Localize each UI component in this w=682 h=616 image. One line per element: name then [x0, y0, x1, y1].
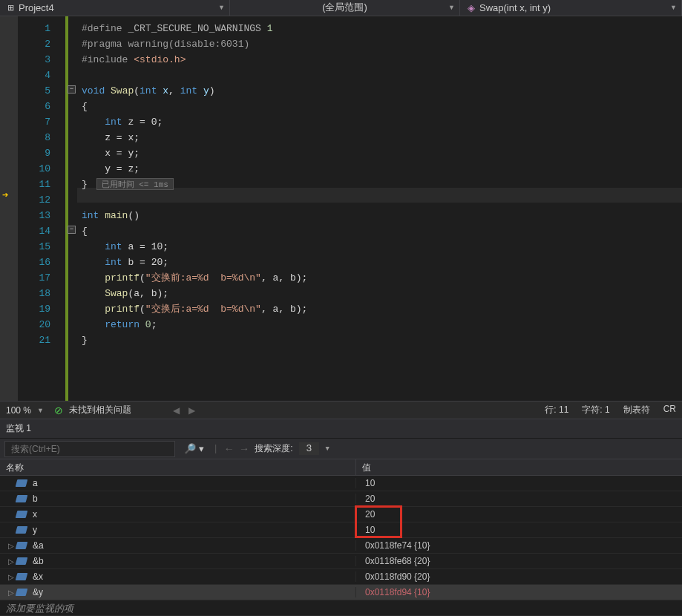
watch-value-cell: 20 [356, 494, 682, 504]
watch-row[interactable]: y10 [0, 522, 682, 538]
code-line: #define _CRT_SECURE_NO_WARNINGS 1 [68, 21, 682, 36]
col-header-value[interactable]: 值 [356, 459, 682, 475]
line-number: 17 [18, 270, 65, 286]
watch-row[interactable]: ▷&a0x0118fe74 {10} [0, 538, 682, 554]
indent-mode[interactable]: 制表符 [623, 404, 650, 416]
project-name: Project4 [19, 2, 54, 13]
watch-row[interactable]: x20 [0, 507, 682, 522]
variable-icon [16, 511, 28, 518]
variable-icon [16, 542, 28, 549]
code-line: { [68, 99, 682, 114]
variable-name: x [33, 509, 37, 520]
watch-row[interactable]: b20 [0, 491, 682, 507]
editor-status-bar: 100 % ▼ ⊘ 未找到相关问题 ◀ ▶ 行: 11 字符: 1 制表符 CR [0, 401, 682, 419]
watch-value-cell: 0x0118fe68 {20} [356, 556, 682, 566]
watch-value-cell: 10 [356, 478, 682, 488]
col-header-name[interactable]: 名称 [0, 459, 356, 475]
chevron-down-icon[interactable]: ▼ [325, 445, 329, 453]
watch-row[interactable]: a10 [0, 476, 682, 491]
watch-columns-header: 名称 值 [0, 459, 682, 476]
line-number: 11 [18, 177, 65, 192]
variable-name: &y [33, 587, 43, 597]
variable-name: &b [33, 556, 44, 566]
code-line: #include <stdio.h> [68, 52, 682, 68]
variable-icon [16, 526, 28, 534]
line-number: 13 [18, 208, 65, 223]
watch-value-cell: 0x0118fd90 {20} [356, 571, 682, 582]
line-number: 18 [18, 286, 65, 301]
breakpoint-margin[interactable]: ➔ [0, 16, 18, 401]
code-line: printf("交换前:a=%d b=%d\n", a, b); [68, 270, 682, 286]
watch-row[interactable]: ▷&y0x0118fd94 {10} [0, 585, 682, 600]
code-line: printf("交换后:a=%d b=%d\n", a, b); [68, 301, 682, 317]
watch-name-cell: ▷&x [0, 571, 356, 582]
fold-toggle[interactable]: − [68, 85, 76, 94]
line-number: 8 [18, 130, 65, 145]
code-line: #pragma warning(disable:6031) [68, 36, 682, 52]
code-line: y = z; [68, 161, 682, 177]
variable-name: y [33, 525, 37, 535]
method-icon: ◈ [468, 2, 475, 13]
code-line: z = x; [68, 130, 682, 145]
code-line: int b = 20; [68, 255, 682, 270]
line-ending[interactable]: CR [663, 404, 676, 416]
scope-label: (全局范围) [322, 1, 367, 14]
project-selector[interactable]: ⊞ Project4 ▼ [0, 0, 230, 16]
fold-toggle[interactable]: − [68, 226, 76, 234]
variable-icon [16, 495, 28, 502]
add-watch-input[interactable]: 添加要监视的项 [0, 600, 682, 616]
depth-value[interactable]: 3 [299, 442, 320, 455]
code-content[interactable]: − − #define _CRT_SECURE_NO_WARNINGS 1 #p… [65, 16, 682, 401]
code-line: { [68, 223, 682, 239]
line-number-gutter: 1 2 3 4 5 6 7 8 9 10 11 12 13 14 15 16 1… [18, 16, 65, 401]
top-navigation: ⊞ Project4 ▼ (全局范围) ▼ ◈ Swap(int x, int … [0, 0, 682, 16]
watch-panel: 监视 1 🔎 ▾ | ← → 搜索深度: 3 ▼ 名称 值 a10b20x20y… [0, 419, 682, 616]
perf-timing-badge[interactable]: 已用时间 <= 1ms [96, 178, 174, 190]
watch-name-cell: ▷&y [0, 587, 356, 597]
code-line: int z = 0; [68, 114, 682, 130]
watch-value-cell: 20 [356, 509, 682, 520]
nav-back-icon[interactable]: ← [224, 443, 233, 455]
execution-arrow-icon: ➔ [2, 189, 8, 201]
watch-name-cell: x [0, 509, 356, 520]
line-number: 16 [18, 255, 65, 270]
watch-toolbar: 🔎 ▾ | ← → 搜索深度: 3 ▼ [0, 439, 682, 459]
chevron-down-icon: ▼ [448, 4, 455, 11]
line-number: 3 [18, 52, 65, 68]
watch-panel-title: 监视 1 [0, 419, 682, 439]
chevron-down-icon: ▼ [218, 4, 225, 11]
code-line: } 已用时间 <= 1ms [68, 177, 682, 192]
line-number: 2 [18, 36, 65, 52]
code-line: x = y; [68, 145, 682, 161]
line-number: 7 [18, 114, 65, 130]
function-name: Swap(int x, int y) [479, 2, 551, 13]
watch-row[interactable]: ▷&b0x0118fe68 {20} [0, 554, 682, 569]
code-line: int main() [68, 208, 682, 223]
line-number: 15 [18, 239, 65, 255]
function-selector[interactable]: ◈ Swap(int x, int y) ▼ [460, 0, 682, 16]
code-line: return 0; [68, 317, 682, 332]
watch-row[interactable]: ▷&x0x0118fd90 {20} [0, 569, 682, 585]
cursor-line: 行: 11 [545, 404, 568, 416]
variable-icon [16, 479, 28, 487]
search-button[interactable]: 🔎 ▾ [181, 442, 207, 456]
prev-issue-icon[interactable]: ◀ [168, 405, 184, 416]
code-line: int a = 10; [68, 239, 682, 255]
watch-name-cell: ▷&b [0, 556, 356, 566]
watch-search-input[interactable] [4, 441, 175, 457]
watch-value-cell: 0x0118fe74 {10} [356, 540, 682, 551]
zoom-level[interactable]: 100 % [6, 405, 31, 416]
scope-selector[interactable]: (全局范围) ▼ [230, 0, 460, 16]
chevron-down-icon[interactable]: ▼ [33, 407, 48, 414]
watch-name-cell: ▷&a [0, 540, 356, 551]
nav-forward-icon[interactable]: → [240, 443, 249, 455]
watch-name-cell: b [0, 494, 356, 504]
variable-name: b [33, 494, 38, 504]
next-issue-icon[interactable]: ▶ [184, 405, 200, 416]
line-number: 10 [18, 161, 65, 177]
watch-grid: a10b20x20y10▷&a0x0118fe74 {10}▷&b0x0118f… [0, 476, 682, 616]
variable-name: &a [33, 540, 44, 551]
issues-status[interactable]: 未找到相关问题 [69, 404, 131, 416]
chevron-down-icon: ▼ [670, 4, 677, 11]
code-editor: ➔ 1 2 3 4 5 6 7 8 9 10 11 12 13 14 15 16… [0, 16, 682, 401]
